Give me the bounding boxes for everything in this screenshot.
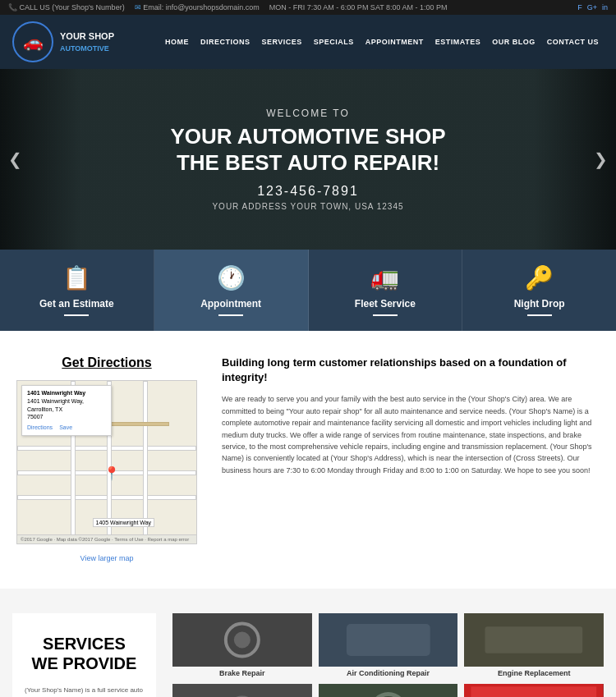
header: 🚗 YOUR SHOP AUTOMOTIVE HOME DIRECTIONS S… bbox=[0, 15, 616, 69]
appointment-underline bbox=[218, 314, 243, 316]
svg-rect-4 bbox=[347, 624, 430, 656]
email-info: ✉ Email: info@yourshopsdomain.com bbox=[135, 3, 260, 11]
nav-specials[interactable]: SPECIALS bbox=[309, 34, 359, 49]
logo-icon: 🚗 bbox=[12, 21, 53, 62]
hero-welcome: WELCOME TO bbox=[170, 108, 445, 119]
map-directions-link[interactable]: Directions bbox=[27, 424, 53, 432]
map-location-label: 1405 Wainwright Way bbox=[93, 518, 155, 527]
clipboard-icon: 📋 bbox=[62, 264, 91, 291]
fleet-underline bbox=[373, 314, 398, 316]
map-save-link[interactable]: Save bbox=[59, 424, 72, 432]
about-text: We are ready to serve you and your famil… bbox=[222, 393, 600, 476]
services-heading: SERVICES WE PROVIDE bbox=[25, 634, 144, 673]
svg-point-2 bbox=[234, 632, 251, 649]
map-address-line1: 1401 Wainwright Way bbox=[27, 389, 106, 397]
nightdrop-underline bbox=[527, 314, 552, 316]
nav-directions[interactable]: DIRECTIONS bbox=[195, 34, 255, 49]
clock-icon: 🕐 bbox=[217, 264, 246, 291]
hero-next-arrow[interactable]: ❯ bbox=[594, 149, 608, 169]
service-tile-ac[interactable]: Air Conditioning Repair bbox=[319, 613, 458, 677]
about-column: Building long term customer relationship… bbox=[222, 355, 600, 564]
services-desc1: (Your Shop's Name) is a full service aut… bbox=[25, 686, 144, 697]
services-left-panel: SERVICES WE PROVIDE (Your Shop's Name) i… bbox=[12, 613, 156, 697]
hours-info: MON - FRI 7:30 AM - 6:00 PM SAT 8:00 AM … bbox=[269, 3, 448, 11]
services-grid: Brake Repair Air Conditioning Repair Eng… bbox=[172, 613, 604, 697]
appointment-label: Appointment bbox=[200, 298, 261, 310]
svg-rect-12 bbox=[471, 686, 597, 697]
brake-image bbox=[172, 613, 312, 667]
key-icon: 🔑 bbox=[525, 264, 554, 291]
view-larger-map-link[interactable]: View larger map bbox=[80, 554, 134, 562]
estimate-label: Get an Estimate bbox=[39, 298, 114, 310]
nav-contact[interactable]: CONTACT US bbox=[542, 34, 604, 49]
nightdrop-label: Night Drop bbox=[514, 298, 565, 310]
service-nightdrop[interactable]: 🔑 Night Drop bbox=[462, 250, 616, 331]
service-estimate[interactable]: 📋 Get an Estimate bbox=[0, 250, 154, 331]
nav-home[interactable]: HOME bbox=[160, 34, 194, 49]
hero-title-line2: THE BEST AUTO REPAIR! bbox=[170, 150, 445, 176]
hero-banner: ❮ WELCOME TO YOUR AUTOMOTIVE SHOP THE BE… bbox=[0, 69, 616, 250]
nav-services[interactable]: SERVICES bbox=[256, 34, 306, 49]
state-image: OFFICIAL VEHICLEINSPECTION STATION bbox=[464, 684, 604, 697]
service-appointment[interactable]: 🕐 Appointment bbox=[154, 250, 309, 331]
about-title: Building long term customer relationship… bbox=[222, 355, 600, 385]
service-icon-bar: 📋 Get an Estimate 🕐 Appointment 🚛 Fleet … bbox=[0, 250, 616, 331]
svg-rect-7 bbox=[172, 684, 312, 697]
service-grid-row-2: Tune Up Wheel Alignment OFFICIAL VEHICLE… bbox=[172, 684, 604, 697]
service-fleet[interactable]: 🚛 Fleet Service bbox=[309, 250, 463, 331]
social-links: F G+ in bbox=[577, 3, 608, 11]
map-container: 📍 1401 Wainwright Way 1401 Wainwright Wa… bbox=[16, 380, 197, 544]
hero-address: YOUR ADDRESS YOUR TOWN, USA 12345 bbox=[170, 202, 445, 211]
ac-label: Air Conditioning Repair bbox=[319, 669, 458, 677]
directions-column: Get Directions 📍 1401 Wainwright Way 140… bbox=[16, 355, 197, 564]
main-nav: HOME DIRECTIONS SERVICES SPECIALS APPOIN… bbox=[160, 34, 604, 49]
brake-label: Brake Repair bbox=[172, 669, 312, 677]
services-section: SERVICES WE PROVIDE (Your Shop's Name) i… bbox=[0, 589, 616, 697]
phone-info: 📞 CALL US (Your Shop's Number) bbox=[8, 3, 125, 11]
engine-replace-label: Engine Replacement bbox=[464, 669, 604, 677]
directions-title: Get Directions bbox=[16, 355, 197, 370]
hero-title: YOUR AUTOMOTIVE SHOP THE BEST AUTO REPAI… bbox=[170, 124, 445, 175]
wheel-image bbox=[319, 684, 458, 697]
service-tile-brake[interactable]: Brake Repair bbox=[172, 613, 312, 677]
truck-icon: 🚛 bbox=[370, 264, 399, 291]
facebook-icon[interactable]: F bbox=[577, 3, 582, 11]
top-bar: 📞 CALL US (Your Shop's Number) ✉ Email: … bbox=[0, 0, 616, 15]
nav-appointment[interactable]: APPOINTMENT bbox=[361, 34, 429, 49]
hero-phone: 123-456-7891 bbox=[170, 184, 445, 199]
engine-replace-image bbox=[464, 613, 604, 667]
svg-rect-6 bbox=[485, 626, 583, 653]
map-pin: 📍 bbox=[103, 465, 120, 481]
map-info-box: 1401 Wainwright Way 1401 Wainwright Way,… bbox=[21, 385, 112, 436]
nav-blog[interactable]: OUR BLOG bbox=[487, 34, 540, 49]
hero-content: WELCOME TO YOUR AUTOMOTIVE SHOP THE BEST… bbox=[170, 108, 445, 210]
linkedin-icon[interactable]: in bbox=[602, 3, 608, 11]
hero-title-line1: YOUR AUTOMOTIVE SHOP bbox=[170, 124, 445, 149]
tune-image bbox=[172, 684, 312, 697]
middle-section: Get Directions 📍 1401 Wainwright Way 140… bbox=[0, 331, 616, 589]
service-tile-tune[interactable]: Tune Up bbox=[172, 684, 312, 697]
googleplus-icon[interactable]: G+ bbox=[587, 3, 597, 11]
map-address-line3: 75007 bbox=[27, 413, 106, 421]
map-address-line2: 1401 Wainwright Way, Carrollton, TX bbox=[27, 397, 106, 414]
logo-text: YOUR SHOP AUTOMOTIVE bbox=[60, 30, 114, 54]
map-inner: 📍 1401 Wainwright Way 1401 Wainwright Wa… bbox=[17, 381, 196, 543]
ac-image bbox=[319, 613, 458, 667]
logo-area: 🚗 YOUR SHOP AUTOMOTIVE bbox=[12, 21, 114, 62]
service-grid-row-1: Brake Repair Air Conditioning Repair Eng… bbox=[172, 613, 604, 677]
hero-prev-arrow[interactable]: ❮ bbox=[8, 149, 22, 169]
nav-estimates[interactable]: ESTIMATES bbox=[430, 34, 485, 49]
fleet-label: Fleet Service bbox=[355, 298, 416, 310]
map-bottom-bar: ©2017 Google · Map data ©2017 Google · T… bbox=[17, 534, 196, 543]
estimate-underline bbox=[64, 314, 89, 316]
service-tile-wheel[interactable]: Wheel Alignment bbox=[319, 684, 458, 697]
service-tile-engine-replace[interactable]: Engine Replacement bbox=[464, 613, 604, 677]
service-tile-state[interactable]: OFFICIAL VEHICLEINSPECTION STATION State… bbox=[464, 684, 604, 697]
